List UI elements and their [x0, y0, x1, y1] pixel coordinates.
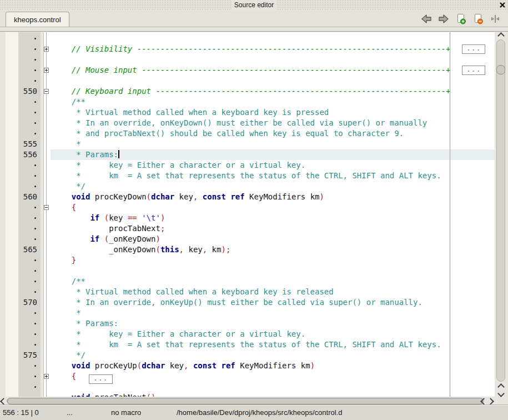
line-text: /** — [51, 97, 495, 107]
code-line[interactable]: } — [6, 255, 495, 266]
page-minus-icon — [472, 13, 484, 24]
code-line[interactable]: * and procTabNext() should be called whe… — [6, 128, 495, 139]
arrow-right-icon — [438, 13, 449, 24]
line-dot — [34, 186, 36, 187]
code-line[interactable]: * — [6, 308, 495, 318]
fold-toggle[interactable] — [44, 68, 49, 73]
line-text: // Mouse input -------------------------… — [51, 65, 495, 76]
horizontal-scroll-thumb[interactable] — [7, 398, 483, 404]
code-line[interactable]: 550 // Keyboard input ------------------… — [6, 86, 495, 97]
close-document-button[interactable] — [472, 13, 484, 25]
window-titlebar[interactable]: Source editor — [0, 0, 508, 10]
line-dot — [34, 59, 36, 61]
file-path: /home/basile/Dev/dproj/kheops/src/kheops… — [177, 408, 342, 417]
line-text: _onKeyDown(this, key, km); — [51, 244, 495, 255]
line-number: 556 — [6, 149, 37, 160]
code-line[interactable]: {... — [6, 371, 495, 382]
line-text: * key = Either a character or a virtual … — [51, 160, 495, 171]
line-dot — [34, 323, 36, 324]
code-line[interactable]: 570 * In an override, onKeyUp() must eit… — [6, 297, 495, 308]
vertical-scroll-track[interactable] — [496, 39, 505, 382]
fold-toggle[interactable] — [44, 374, 49, 379]
line-text: if (_onKeyDown) — [51, 234, 495, 244]
folded-code-ellipsis[interactable]: ... — [462, 66, 485, 75]
code-line[interactable]: // Visibility --------------------------… — [6, 44, 495, 54]
code-line[interactable]: * Params: — [6, 318, 495, 329]
code-line[interactable]: * In an override, onKeyDown() must eithe… — [6, 118, 495, 128]
code-line[interactable]: void procTabNext() — [6, 392, 495, 397]
code-line[interactable] — [6, 54, 495, 65]
line-text: * — [51, 308, 495, 318]
close-icon[interactable] — [499, 2, 506, 8]
fold-toggle[interactable] — [44, 205, 49, 210]
code-line[interactable]: 556 * Params: — [6, 149, 495, 160]
fold-toggle[interactable] — [44, 47, 49, 52]
scroll-up-button[interactable] — [496, 32, 506, 39]
scroll-right-button[interactable] — [487, 397, 494, 405]
line-text: } — [51, 255, 495, 266]
line-text — [51, 33, 495, 44]
chevron-up-icon — [497, 32, 505, 39]
code-line[interactable]: */ — [6, 181, 495, 192]
text-caret — [118, 150, 119, 158]
line-dot — [34, 69, 36, 71]
line-dot — [34, 217, 36, 219]
chevron-down-icon — [497, 390, 505, 397]
fold-toggle[interactable] — [44, 89, 49, 94]
code-line[interactable]: { — [6, 202, 495, 213]
code-line[interactable]: 575 */ — [6, 350, 495, 361]
code-line[interactable] — [6, 33, 495, 44]
split-view-button[interactable] — [489, 13, 501, 25]
scroll-down-button[interactable] — [496, 390, 506, 397]
line-number: 560 — [6, 192, 37, 202]
navigate-back-button[interactable] — [420, 13, 432, 25]
code-line[interactable]: // Mouse input -------------------------… — [6, 65, 495, 76]
line-dot — [34, 259, 36, 261]
line-text: * km = A set that represents the status … — [51, 171, 495, 181]
line-dot — [34, 80, 36, 82]
code-line[interactable]: procTabNext; — [6, 223, 495, 234]
folded-code-ellipsis[interactable]: ... — [462, 44, 485, 54]
scroll-left-button-secondary[interactable] — [480, 397, 487, 405]
new-document-button[interactable] — [455, 13, 467, 25]
editor-surface[interactable]: // Visibility --------------------------… — [6, 32, 495, 397]
code-line[interactable]: * Virtual method called when a keyboard … — [6, 107, 495, 118]
line-number: 575 — [6, 350, 37, 361]
code-line[interactable] — [6, 266, 495, 276]
chevron-left-icon — [480, 398, 487, 405]
code-line[interactable] — [6, 76, 495, 86]
vertical-scrollbar[interactable] — [496, 32, 506, 397]
code-line[interactable]: * km = A set that represents the status … — [6, 171, 495, 181]
code-line[interactable]: void procKeyUp(dchar key, const ref KeyM… — [6, 361, 495, 371]
line-text: * — [51, 139, 495, 149]
code-line[interactable] — [6, 382, 495, 392]
code-line[interactable]: * Virtual method called when a keyboard … — [6, 287, 495, 297]
code-line[interactable]: * km = A set that represents the status … — [6, 339, 495, 350]
scroll-left-button[interactable] — [0, 397, 7, 405]
line-text: void procKeyUp(dchar key, const ref KeyM… — [51, 361, 495, 371]
code-line[interactable]: * key = Either a character or a virtual … — [6, 329, 495, 339]
line-text: * Virtual method called when a keyboard … — [51, 287, 495, 297]
navigate-forward-button[interactable] — [437, 13, 450, 25]
code-line[interactable]: 560 void procKeyDown(dchar key, const re… — [6, 192, 495, 202]
tab-label: kheops.control — [14, 16, 61, 24]
line-dot — [34, 344, 36, 346]
code-line[interactable]: if (key == '\t') — [6, 213, 495, 223]
code-line[interactable]: 565 _onKeyDown(this, key, km); — [6, 244, 495, 255]
tab-kheops-control[interactable]: kheops.control — [6, 12, 69, 27]
line-dot — [34, 291, 36, 293]
macro-status: no macro — [111, 408, 141, 417]
line-number: 550 — [6, 86, 37, 97]
line-dot — [34, 175, 36, 177]
scroll-up-button-secondary[interactable] — [496, 383, 506, 390]
code-line[interactable]: if (_onKeyDown) — [6, 234, 495, 244]
line-text: * Params: — [51, 149, 495, 160]
horizontal-scrollbar[interactable] — [0, 397, 495, 405]
code-line[interactable]: 555 * — [6, 139, 495, 149]
editor-toolbar — [420, 12, 501, 26]
line-text: * In an override, onKeyUp() must either … — [51, 297, 495, 308]
code-line[interactable]: /** — [6, 97, 495, 107]
code-line[interactable]: /** — [6, 276, 495, 287]
vertical-scroll-thumb[interactable] — [496, 65, 505, 74]
code-line[interactable]: * key = Either a character or a virtual … — [6, 160, 495, 171]
